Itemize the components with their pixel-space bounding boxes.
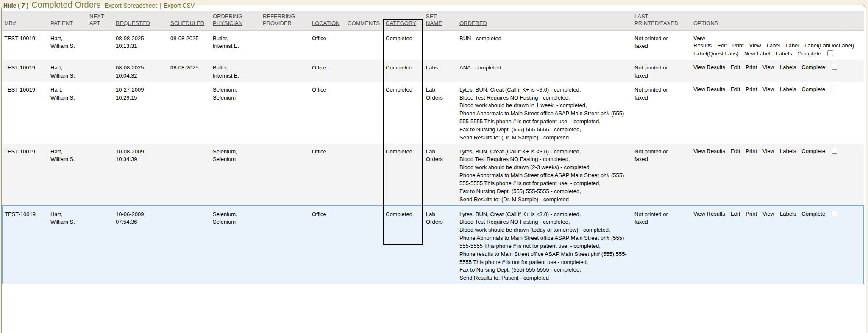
option-view-results-link[interactable]: View Results bbox=[693, 35, 712, 49]
complete-checkbox[interactable] bbox=[832, 64, 837, 70]
option-complete-link[interactable]: Complete bbox=[801, 86, 825, 92]
complete-checkbox[interactable] bbox=[832, 86, 837, 92]
cell-location: Office bbox=[310, 60, 345, 82]
panel-legend: Hide ( 7 )Completed OrdersExport Spreads… bbox=[3, 0, 197, 10]
cell-referring_provider bbox=[261, 30, 310, 60]
option-new-label-link[interactable]: New Label bbox=[744, 50, 770, 57]
cell-options: View ResultsEditPrintViewLabelLabelLabel… bbox=[691, 30, 864, 60]
option-view-results-link[interactable]: View Results bbox=[693, 86, 725, 92]
cell-mr: TEST-10019 bbox=[2, 206, 48, 284]
option-view-link[interactable]: View bbox=[749, 42, 761, 49]
column-header-requested: REQUESTED bbox=[114, 11, 168, 30]
cell-scheduled bbox=[168, 144, 211, 206]
column-header-last_printed: LAST PRINTED/FAXED bbox=[632, 11, 691, 30]
header-label-options: OPTIONS bbox=[693, 20, 718, 26]
option-labels-link[interactable]: Labels bbox=[780, 86, 796, 92]
cell-next_apt bbox=[87, 60, 114, 82]
sort-link-ordered[interactable]: ORDERED bbox=[459, 20, 487, 26]
option-edit-link[interactable]: Edit bbox=[731, 148, 740, 154]
table-header: MR#PATIENTNEXT APTREQUESTEDSCHEDULEDORDE… bbox=[2, 11, 864, 30]
option-edit-link[interactable]: Edit bbox=[731, 211, 740, 217]
cell-mr: TEST-10019 bbox=[2, 30, 48, 60]
cell-options: View ResultsEditPrintViewLabelsComplete bbox=[691, 206, 864, 284]
option-view-results-link[interactable]: View Results bbox=[693, 64, 725, 70]
complete-checkbox[interactable] bbox=[832, 148, 837, 154]
option-print-link[interactable]: Print bbox=[746, 148, 757, 154]
option-print-link[interactable]: Print bbox=[746, 86, 757, 92]
cell-comments bbox=[345, 60, 384, 82]
option-view-link[interactable]: View bbox=[762, 148, 774, 154]
complete-checkbox[interactable] bbox=[832, 211, 837, 216]
hide-toggle-link[interactable]: Hide ( 7 ) bbox=[3, 2, 28, 9]
column-header-ordered: ORDERED bbox=[457, 11, 632, 30]
cell-requested: 10-27-2009 10:29:15 bbox=[114, 82, 168, 144]
cell-comments bbox=[345, 30, 384, 60]
option-label-quest-labs-link[interactable]: Label(Quest Labs) bbox=[693, 50, 739, 57]
option-view-results-link[interactable]: View Results bbox=[693, 211, 725, 217]
option-view-link[interactable]: View bbox=[762, 64, 774, 70]
cell-referring_provider bbox=[261, 82, 310, 144]
sort-link-ordering_physician[interactable]: ORDERING PHYSICIAN bbox=[213, 13, 242, 26]
sort-link-requested[interactable]: REQUESTED bbox=[116, 20, 150, 26]
option-labels-link[interactable]: Labels bbox=[776, 50, 792, 57]
cell-options: View ResultsEditPrintViewLabelsComplete bbox=[691, 144, 864, 206]
option-print-link[interactable]: Print bbox=[732, 42, 744, 49]
cell-location: Office bbox=[310, 82, 345, 144]
column-header-scheduled: SCHEDULED bbox=[168, 11, 211, 30]
completed-orders-table: MR#PATIENTNEXT APTREQUESTEDSCHEDULEDORDE… bbox=[2, 11, 864, 284]
cell-mr: TEST-10019 bbox=[2, 60, 48, 82]
export-spreadsheet-link[interactable]: Export Spreadsheet bbox=[105, 2, 157, 9]
option-print-link[interactable]: Print bbox=[746, 64, 757, 70]
cell-ordering_physician: Butler, Internist E. bbox=[211, 60, 261, 82]
column-header-mr: MR# bbox=[2, 11, 48, 30]
cell-set_name: Lab Orders bbox=[424, 144, 457, 206]
option-label-link[interactable]: Label bbox=[785, 42, 799, 49]
option-print-link[interactable]: Print bbox=[746, 211, 757, 217]
sort-link-set_name[interactable]: SET NAME bbox=[426, 13, 442, 26]
cell-ordering_physician: Selenium, Selenium bbox=[211, 82, 261, 144]
option-complete-link[interactable]: Complete bbox=[801, 64, 825, 70]
cell-options: View ResultsEditPrintViewLabelsComplete bbox=[691, 60, 864, 82]
export-csv-link[interactable]: Export CSV bbox=[164, 2, 195, 9]
sort-link-scheduled[interactable]: SCHEDULED bbox=[170, 20, 204, 26]
order-row: TEST-10019Hart, William S.10-27-2009 10:… bbox=[2, 82, 864, 144]
header-label-mr: MR# bbox=[4, 20, 16, 26]
cell-scheduled: 08-08-2025 bbox=[168, 60, 211, 82]
option-edit-link[interactable]: Edit bbox=[717, 42, 726, 49]
option-complete-link[interactable]: Complete bbox=[798, 50, 821, 57]
column-header-ordering_physician: ORDERING PHYSICIAN bbox=[211, 11, 261, 30]
option-edit-link[interactable]: Edit bbox=[731, 64, 740, 70]
option-label-labdoclabel-link[interactable]: Label(LabDocLabel) bbox=[804, 42, 854, 49]
option-complete-link[interactable]: Complete bbox=[801, 211, 825, 217]
sort-link-location[interactable]: LOCATION bbox=[312, 20, 340, 26]
option-labels-link[interactable]: Labels bbox=[780, 148, 796, 154]
option-labels-link[interactable]: Labels bbox=[780, 211, 796, 217]
sort-link-category[interactable]: CATEGORY bbox=[386, 20, 416, 26]
cell-options: View ResultsEditPrintViewLabelsComplete bbox=[691, 82, 864, 144]
option-complete-link[interactable]: Complete bbox=[801, 148, 825, 154]
option-edit-link[interactable]: Edit bbox=[731, 86, 740, 92]
cell-last_printed: Not printed or faxed bbox=[632, 60, 691, 82]
option-label-link[interactable]: Label bbox=[766, 42, 780, 49]
cell-category: Completed bbox=[384, 206, 424, 284]
cell-referring_provider bbox=[261, 206, 310, 284]
complete-checkbox[interactable] bbox=[827, 50, 833, 56]
option-view-link[interactable]: View bbox=[762, 211, 774, 217]
cell-set_name: Labs bbox=[424, 60, 457, 82]
cell-next_apt bbox=[87, 206, 114, 284]
cell-mr: TEST-10019 bbox=[2, 82, 48, 144]
cell-scheduled: 08-08-2025 bbox=[168, 30, 211, 60]
cell-set_name: Lab Orders bbox=[424, 206, 457, 284]
order-row: TEST-10019Hart, William S.08-08-2025 10:… bbox=[2, 60, 864, 82]
cell-ordered: Lytes, BUN, Creat (Call if K+ is <3.0) -… bbox=[457, 206, 632, 284]
option-view-link[interactable]: View bbox=[762, 86, 774, 92]
order-row: TEST-10019Hart, William S.10-08-2009 10:… bbox=[2, 144, 864, 206]
option-labels-link[interactable]: Labels bbox=[780, 64, 796, 70]
cell-set_name: Lab Orders bbox=[424, 82, 457, 144]
option-view-results-link[interactable]: View Results bbox=[693, 148, 725, 154]
order-row: TEST-10019Hart, William S.08-08-2025 10:… bbox=[2, 30, 864, 60]
header-label-next_apt: NEXT APT bbox=[89, 13, 104, 26]
cell-requested: 08-08-2025 10:04:32 bbox=[114, 60, 168, 82]
table-body: TEST-10019Hart, William S.08-08-2025 10:… bbox=[2, 30, 864, 284]
cell-referring_provider bbox=[261, 60, 310, 82]
